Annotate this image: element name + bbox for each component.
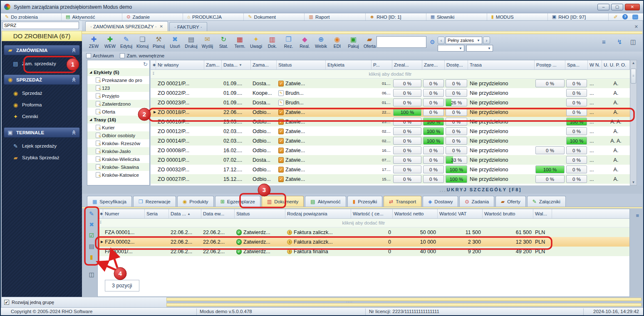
range-prev-button[interactable]: ‹ bbox=[438, 37, 445, 44]
tree-item-odbior-osobisty[interactable]: ✎Odbior osobisty bbox=[87, 131, 149, 139]
toolbar-button-real[interactable]: ◆Real. bbox=[297, 35, 312, 49]
checkbox-archiwum[interactable]: Archiwum bbox=[86, 53, 114, 58]
column-header-nr[interactable]: Nr własny bbox=[156, 60, 204, 69]
column-header-dataew[interactable]: Data ew... bbox=[201, 209, 235, 218]
table-row[interactable]: ZO 00027/P...15.12....Odbio...✓Zatwie...… bbox=[151, 174, 630, 184]
column-header-dost[interactable]: Dostę... bbox=[445, 60, 468, 69]
horizontal-scrollbar-top[interactable] bbox=[166, 298, 642, 301]
filter-select-2[interactable]: ▼ bbox=[466, 45, 493, 52]
tree-item-krak-w-skawina[interactable]: ✎Kraków- Skawina bbox=[87, 163, 149, 171]
checkbox-icon[interactable] bbox=[86, 53, 91, 58]
hide-details-bar[interactable]: UKRYJ SZCZEGÓŁY [F8] ···· bbox=[82, 185, 642, 194]
tree-item-krak-w-jas-o[interactable]: ✎Kraków-Jasło bbox=[87, 147, 149, 155]
sidebar-section-terminale[interactable]: ▣TERMINALE≪ bbox=[4, 127, 80, 138]
ink-pen-icon[interactable]: ✐ bbox=[614, 15, 618, 20]
column-list-icon[interactable]: ≡ bbox=[636, 212, 639, 219]
minimize-button[interactable]: – bbox=[597, 4, 609, 10]
filter-select-1[interactable]: ▼ bbox=[438, 45, 464, 52]
window-layout-icon[interactable]: ◫ bbox=[630, 38, 636, 46]
menu-item-dokument[interactable]: ✎Dokument bbox=[244, 13, 305, 20]
close-button[interactable]: ✕ bbox=[625, 4, 640, 10]
column-header-rodzaj[interactable]: Rodzaj powiązania bbox=[285, 209, 351, 218]
toolbar-button-uwagi[interactable]: ✦Uwagi bbox=[248, 35, 264, 49]
sidebar-item-cenniki[interactable]: ✦Cenniki bbox=[2, 111, 82, 122]
toolbar-button-drukuj[interactable]: ▤Drukuj bbox=[183, 35, 199, 49]
tree-item-123[interactable]: ✎123 bbox=[87, 84, 149, 92]
expander-icon[interactable]: ◢ bbox=[89, 70, 92, 74]
collapse-chevron-icon[interactable]: ≪ bbox=[72, 48, 77, 53]
expand-group-option[interactable]: ✔ Rozwijaj jedną grupę bbox=[2, 297, 166, 307]
refresh-lightning-icon[interactable]: ↯ bbox=[617, 38, 622, 46]
column-header-ety[interactable]: Etykieta bbox=[326, 60, 372, 69]
detail-tab-dokumenty[interactable]: ▥Dokumenty bbox=[262, 196, 304, 207]
menu-item-aktywno-[interactable]: ▤Aktywność bbox=[62, 13, 122, 20]
refresh-icon[interactable]: ↻ bbox=[143, 61, 148, 67]
toolbar-button-edi[interactable]: ◉EDI bbox=[329, 35, 345, 49]
table-row[interactable]: FZA 00001...22.06.2...22.06.2...✓Zatwier… bbox=[98, 227, 629, 237]
tree-item-krak-w-rzesz-w[interactable]: ✎Kraków- Rzeszów bbox=[87, 139, 149, 147]
column-header-wal[interactable]: Wal... bbox=[533, 209, 552, 218]
detail-tab-produkty[interactable]: ◉Produkty bbox=[177, 196, 214, 207]
toolbar-button-wylij[interactable]: ✉Wyślij bbox=[200, 35, 215, 49]
menu-item-rho-id-97-[interactable]: ▣RHO [ID: 97] bbox=[548, 13, 609, 20]
table-row[interactable]: ZO 00022/P...01.09....Koope...✎Brudn...0… bbox=[151, 88, 630, 98]
toolbar-button-webik[interactable]: ⊕Webik bbox=[313, 35, 329, 49]
table-row[interactable]: ZO 00014/P...02.03....Odbio...✓Zatwie...… bbox=[151, 136, 630, 146]
tree-group-etykiety-5-[interactable]: ◢Etykiety (5) bbox=[87, 68, 149, 76]
table-row[interactable]: ▶FZA 00002...22.06.2...22.06.2...✓Zatwie… bbox=[98, 237, 629, 247]
column-header-netto[interactable]: Wartość netto bbox=[393, 209, 438, 218]
sidebar-item-proforma[interactable]: ◉Proforma bbox=[2, 99, 82, 111]
menu-item-produkcja[interactable]: ⌂PRODUKCJA bbox=[183, 13, 244, 20]
column-header-seria[interactable]: Seria bbox=[145, 209, 169, 218]
tree-item-przyj-to[interactable]: ✎Przyjęto bbox=[87, 92, 149, 100]
toolbar-button-rez[interactable]: ❒Rez. bbox=[281, 35, 296, 49]
scroll-up-icon[interactable]: ▲ bbox=[630, 61, 637, 65]
detail-tab-przesy-ki[interactable]: ▮Przesyłki bbox=[347, 196, 383, 207]
detail-tab-dostawy[interactable]: ◈Dostawy bbox=[423, 196, 458, 207]
detail-tab-za-czniki[interactable]: ✎Załączniki bbox=[527, 196, 566, 207]
table-row[interactable]: ZO 00032/P...17.12....Odbio...✓Zatwie...… bbox=[151, 165, 630, 174]
tree-item-zatwierdzono[interactable]: ✎Zatwierdzono bbox=[87, 100, 149, 108]
tree-item-krak-w-katowice[interactable]: ✎Kraków-Katowice bbox=[87, 171, 149, 179]
detail-tab-specyfikacja[interactable]: ▦Specyfikacja bbox=[87, 196, 132, 207]
toolbar-button-pakuj[interactable]: ▣Pakuj bbox=[346, 35, 361, 49]
table-row[interactable]: ZO 00021/P...01.09....Dosta...✓Zatwie...… bbox=[151, 79, 630, 88]
splitter-dots[interactable]: ···· bbox=[346, 300, 353, 304]
column-header-spa[interactable]: Spa... bbox=[565, 60, 588, 69]
toolbar-button-oferta[interactable]: ▰Oferta bbox=[362, 35, 377, 49]
sidebar-item-sprzeda-[interactable]: ◉Sprzedaż bbox=[2, 87, 82, 99]
column-header-p[interactable]: P... bbox=[372, 60, 392, 69]
help-icon[interactable]: ? bbox=[622, 14, 628, 20]
hide-details-label[interactable]: UKRYJ SZCZEGÓŁY [F8] bbox=[447, 187, 522, 192]
edit-icon[interactable]: ✎ bbox=[89, 211, 94, 217]
toolbar-button-usu[interactable]: ✖Usuń bbox=[167, 35, 183, 49]
toolbar-button-klonuj[interactable]: ❏Klonuj bbox=[135, 35, 150, 49]
scroll-down-icon[interactable]: ▼ bbox=[630, 180, 637, 184]
table-row[interactable]: ZO 00001/P...07.02....Dosta...✓Zatwie...… bbox=[151, 155, 630, 165]
checkbox-icon[interactable] bbox=[120, 53, 125, 58]
tab-zamówieniasprzedaży[interactable]: · ZAMÓWIENIA SPRZEDAŻY ·✕ bbox=[85, 21, 168, 31]
column-header-data[interactable]: Data...▼ bbox=[222, 60, 251, 69]
menu-item-rho-id-1-[interactable]: ☻RHO [ID: 1] bbox=[366, 13, 426, 20]
todo-banner[interactable]: DO ZROBIENIA (67) bbox=[2, 31, 82, 41]
chat-icon[interactable]: … bbox=[632, 15, 638, 20]
menu-item-modus[interactable]: ▮MODUS bbox=[487, 13, 548, 20]
detail-tab-egzemplarze[interactable]: ⊞Egzemplarze bbox=[215, 196, 260, 207]
horizontal-scrollbar-bottom[interactable] bbox=[166, 303, 642, 306]
toolbar-button-planuj[interactable]: ⚒Planuj bbox=[151, 35, 166, 49]
column-header-uupo[interactable]: U. U. P. O. bbox=[602, 60, 630, 69]
column-header-ind[interactable]: ∗ bbox=[151, 60, 156, 69]
detail-tab-aktywno-[interactable]: ▤Aktywność bbox=[305, 196, 346, 207]
select-window-icon[interactable]: ◫ bbox=[89, 272, 94, 277]
column-header-ind[interactable]: ∗ bbox=[98, 209, 103, 218]
toolbar-button-dok[interactable]: ▥Dok. bbox=[265, 35, 280, 49]
column-header-wnf[interactable]: W N. F. bbox=[588, 60, 602, 69]
detail-tab-zadania[interactable]: ⊙Zadania bbox=[459, 196, 494, 207]
delete-icon[interactable]: ✖ bbox=[89, 222, 94, 227]
column-list-icon[interactable]: ≡ bbox=[602, 38, 606, 45]
column-header-status[interactable]: Status bbox=[277, 60, 326, 69]
package-gear-icon[interactable]: ▮ bbox=[90, 254, 93, 260]
tree-item-przekazane-do-pro[interactable]: ✎Przekazane do pro bbox=[87, 76, 149, 84]
tree-item-oferta[interactable]: ✎Oferta bbox=[87, 108, 149, 116]
splitter-dots[interactable]: ···· bbox=[440, 189, 448, 194]
